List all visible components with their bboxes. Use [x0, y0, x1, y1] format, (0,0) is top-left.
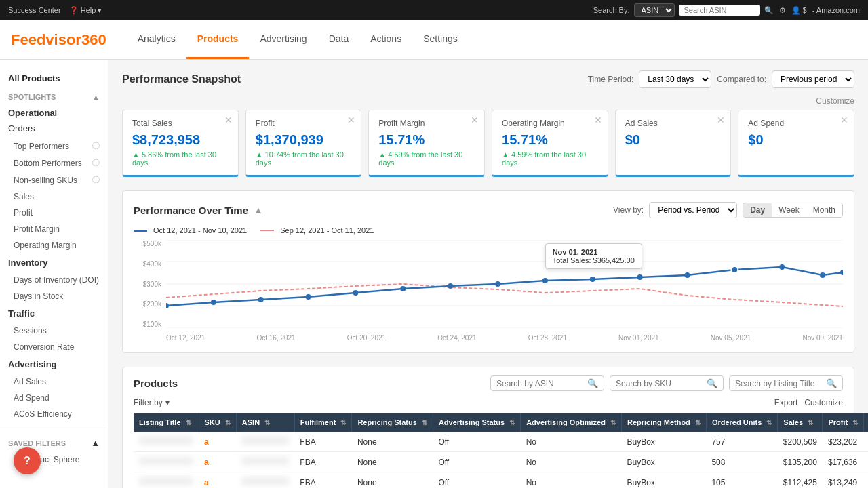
info-icon-non-selling: ⓘ [92, 175, 100, 185]
month-btn[interactable]: Month [806, 203, 842, 217]
sidebar-item-conversion[interactable]: Conversion Rate [0, 339, 108, 355]
sidebar-orders[interactable]: Orders [0, 122, 108, 138]
svg-point-9 [353, 290, 358, 296]
top-bar: Success Center ❓ Help ▾ Search By: ASIN … [0, 0, 868, 20]
th-repricing-status[interactable]: Repricing Status ⇅ [352, 413, 433, 432]
nav-data[interactable]: Data [318, 20, 360, 59]
day-btn[interactable]: Day [743, 203, 772, 217]
sidebar-item-operating-margin[interactable]: Operating Margin [0, 237, 108, 253]
close-card-total-sales[interactable]: ✕ [224, 115, 233, 125]
sort-icon-adv-status[interactable]: ⇅ [509, 419, 515, 426]
account-info: 👤 $ [791, 6, 807, 15]
sidebar-item-top-performers[interactable]: Top Performers ⓘ [0, 138, 108, 155]
th-ordered-units[interactable]: Ordered Units ⇅ [706, 413, 777, 432]
sort-icon-title[interactable]: ⇅ [186, 419, 191, 426]
sidebar-item-non-selling[interactable]: Non-selling SKUs ⓘ [0, 171, 108, 188]
search-title-input[interactable] [735, 379, 823, 388]
sidebar-item-profit[interactable]: Profit [0, 205, 108, 221]
sidebar-item-days-in-stock[interactable]: Days in Stock [0, 288, 108, 304]
main-layout: All Products SPOTLIGHTS ▲ Operational Or… [0, 60, 868, 488]
sort-icon-asin[interactable]: ⇅ [264, 419, 270, 426]
sidebar-item-ad-spend[interactable]: Ad Spend [0, 390, 108, 406]
search-sku-input[interactable] [616, 379, 704, 388]
customize-link[interactable]: Customize [122, 96, 854, 106]
cell-listing-0 [134, 432, 199, 452]
close-card-ad-sales[interactable]: ✕ [717, 115, 725, 125]
cell-profit-2: $13,249 [823, 472, 864, 489]
nav-advertising[interactable]: Advertising [249, 20, 317, 59]
legend-label-prev: Sep 12, 2021 - Oct 11, 2021 [280, 226, 374, 235]
filter-by-btn[interactable]: Filter by ▾ [134, 398, 170, 407]
amazon-label: - Amazon.com [812, 6, 860, 14]
sidebar-item-sales[interactable]: Sales [0, 188, 108, 205]
blurred-asin-2 [241, 477, 289, 485]
chart-collapse-icon[interactable]: ▲ [254, 205, 263, 216]
sidebar-item-profit-margin[interactable]: Profit Margin [0, 221, 108, 237]
week-btn[interactable]: Week [772, 203, 806, 217]
th-profit[interactable]: Profit ⇅ [823, 413, 864, 432]
sidebar-item-bottom-performers[interactable]: Bottom Performers ⓘ [0, 155, 108, 171]
collapse-icon[interactable]: ▲ [92, 93, 100, 101]
nav-products[interactable]: Products [186, 20, 250, 59]
close-card-pm[interactable]: ✕ [471, 115, 479, 125]
nav-settings[interactable]: Settings [412, 20, 469, 59]
search-asin-input[interactable] [496, 379, 585, 388]
sort-icon-repricing[interactable]: ⇅ [422, 419, 427, 426]
sort-icon-units[interactable]: ⇅ [766, 419, 772, 426]
chart-tooltip: Nov 01, 2021 Total Sales: $365,425.00 [545, 243, 642, 269]
nav-actions[interactable]: Actions [359, 20, 412, 59]
collapse-saved-icon[interactable]: ▲ [91, 438, 100, 448]
table-row: a FBA None Off No BuyBox 105 $112,425 $1… [134, 472, 868, 489]
nav-analytics[interactable]: Analytics [127, 20, 186, 59]
sidebar-item-acos[interactable]: ACoS Efficiency [0, 406, 108, 422]
cell-adv-opt-1: No [521, 452, 622, 472]
compared-to-select[interactable]: Previous period [772, 70, 854, 88]
performance-chart-section: Performance Over Time ▲ View by: Period … [122, 190, 854, 353]
info-icon-top: ⓘ [92, 141, 100, 151]
export-link[interactable]: Export [774, 398, 798, 407]
sidebar-item-sessions[interactable]: Sessions [0, 323, 108, 339]
close-card-om[interactable]: ✕ [594, 115, 602, 125]
th-fulfillment[interactable]: Fulfilment ⇅ [294, 413, 352, 432]
sort-icon-repricing-method[interactable]: ⇅ [695, 419, 701, 426]
close-card-ad-spend[interactable]: ✕ [840, 115, 848, 125]
period-select[interactable]: Period vs. Period [649, 202, 737, 218]
search-type-select[interactable]: ASIN [634, 3, 675, 17]
amz-icon-2: a [204, 478, 209, 487]
metric-card-operating-margin: ✕ Operating Margin 15.71% ▲ 4.59% from t… [492, 110, 608, 177]
view-by-controls: View by: Period vs. Period Day Week Mont… [613, 202, 843, 218]
th-sku[interactable]: SKU ⇅ [199, 413, 236, 432]
th-advertising-status[interactable]: Advertising Status ⇅ [433, 413, 520, 432]
search-icon[interactable]: 🔍 [764, 6, 774, 15]
svg-point-11 [448, 283, 453, 289]
top-search-input[interactable] [679, 5, 760, 16]
sort-icon-adv-opt[interactable]: ⇅ [610, 419, 616, 426]
sidebar-item-doi[interactable]: Days of Inventory (DOI) [0, 272, 108, 288]
th-advertising-optimized[interactable]: Advertising Optimized ⇅ [521, 413, 622, 432]
th-repricing-method[interactable]: Repricing Method ⇅ [621, 413, 706, 432]
th-avg-sales-rank[interactable]: Avg Sales Rank ⇅ [864, 413, 868, 432]
help-button[interactable]: ? [14, 447, 41, 474]
th-asin[interactable]: ASIN ⇅ [236, 413, 294, 432]
sidebar-operational: Operational [0, 104, 108, 122]
y-label-200k: $200k [143, 300, 161, 308]
search-asin-wrap: 🔍 [490, 375, 604, 391]
th-listing-title[interactable]: Listing Title ⇅ [134, 413, 199, 432]
time-period-select[interactable]: Last 30 days [639, 70, 711, 88]
card-value-5: $0 [748, 132, 844, 148]
y-label-400k: $400k [143, 260, 161, 268]
sort-icon-sales[interactable]: ⇅ [808, 419, 813, 426]
sidebar-all-products[interactable]: All Products [0, 68, 108, 89]
customize-table-link[interactable]: Customize [804, 398, 843, 407]
svg-point-7 [258, 297, 264, 302]
sidebar-item-ad-sales[interactable]: Ad Sales [0, 373, 108, 390]
sort-icon-sku[interactable]: ⇅ [225, 419, 231, 426]
card-change-2: ▲ 4.59% from the last 30 days [378, 150, 475, 167]
sort-icon-fulfillment[interactable]: ⇅ [340, 419, 346, 426]
gear-icon[interactable]: ⚙ [779, 6, 786, 15]
th-sales[interactable]: Sales ⇅ [778, 413, 823, 432]
help-link[interactable]: ❓ Help ▾ [69, 6, 102, 15]
close-card-profit[interactable]: ✕ [347, 115, 355, 125]
sort-icon-profit[interactable]: ⇅ [852, 419, 858, 426]
legend-item-prev: Sep 12, 2021 - Oct 11, 2021 [260, 226, 374, 235]
